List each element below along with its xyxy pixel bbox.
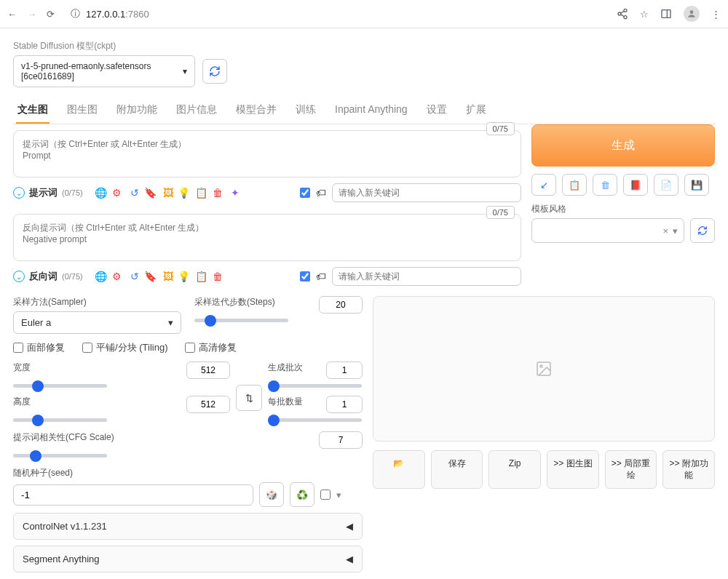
face-restore-checkbox[interactable]: 面部修复 [13,341,65,354]
back-icon[interactable]: ← [7,9,17,20]
history-icon[interactable]: ↺ [128,270,141,283]
neg-keyword-checkbox[interactable] [300,271,310,281]
bookmark-icon[interactable]: 🔖 [144,186,157,199]
trash-button[interactable]: 🗑 [593,174,617,196]
tab-1[interactable]: 图生图 [66,97,99,124]
batch-count-slider[interactable] [268,384,362,388]
sampler-select[interactable]: Euler a ▾ [13,311,181,334]
tab-6[interactable]: Inpaint Anything [333,97,409,124]
batch-count-value[interactable] [326,362,363,379]
style-select[interactable]: × ▾ [531,218,684,243]
tab-7[interactable]: 设置 [425,97,448,124]
prompt-token-badge: 0/75 [486,122,515,135]
segment-accordion[interactable]: Segment Anything ◀ [13,546,363,572]
keyword-input[interactable] [332,183,521,202]
book-button[interactable]: 📕 [623,174,648,196]
prompt-box: 0/75 [13,130,521,177]
copy-icon[interactable]: 📋 [195,186,208,199]
trash-icon[interactable]: 🗑 [211,270,224,283]
bookmark-icon[interactable]: 🔖 [144,270,157,283]
output-button-0[interactable]: 📂 [373,450,425,489]
tab-2[interactable]: 附加功能 [115,97,159,124]
sampler-value: Euler a [21,317,51,328]
height-value[interactable] [186,396,230,413]
seed-input[interactable] [13,484,253,506]
arrow-in-button[interactable]: ↙ [531,174,556,196]
browser-bar: ← → ⟳ ⓘ 127.0.0.1:7860 ☆ ⋮ [0,0,728,28]
height-slider[interactable] [13,418,107,422]
tag-icon: 🏷 [314,270,328,283]
recycle-button[interactable]: ♻️ [290,482,314,507]
output-button-3[interactable]: >> 图生图 [547,450,599,489]
keyword-checkbox[interactable] [300,188,310,198]
chevron-down-icon[interactable]: ▾ [336,490,341,500]
cfg-value[interactable] [319,431,363,449]
panel-icon[interactable] [660,8,672,20]
url-bar[interactable]: ⓘ 127.0.0.1:7860 [63,4,608,23]
menu-icon[interactable]: ⋮ [711,9,721,20]
controlnet-accordion[interactable]: ControlNet v1.1.231 ◀ [13,513,363,540]
tab-3[interactable]: 图片信息 [175,97,218,124]
share-icon[interactable] [617,8,628,20]
close-icon[interactable]: × [662,225,668,236]
tab-4[interactable]: 模型合并 [234,97,278,124]
globe-icon[interactable]: 🌐 [95,186,108,199]
neg-prompt-input[interactable] [23,222,512,251]
model-select[interactable]: v1-5-pruned-emaonly.safetensors [6ce0161… [13,55,195,87]
image-icon[interactable]: 🖼 [162,270,175,283]
neg-keyword-input[interactable] [332,267,521,286]
seed-extra-checkbox[interactable] [320,490,331,500]
trash-icon[interactable]: 🗑 [211,186,224,199]
gear-icon[interactable]: ⚙ [111,270,124,283]
info-icon: ⓘ [71,7,80,20]
url-host: 127.0.0.1 [86,9,125,20]
batch-size-slider[interactable] [268,418,362,422]
output-button-2[interactable]: Zip [488,450,541,489]
star-icon[interactable]: ☆ [640,9,649,20]
chevron-down-icon: ▾ [183,66,187,76]
refresh-style-button[interactable] [690,218,715,243]
chevron-down-icon[interactable]: ⌄ [13,187,25,199]
controlnet-label: ControlNet v1.1.231 [23,521,107,532]
width-slider[interactable] [13,384,107,388]
neg-toolbar-count: (0/75) [62,272,83,281]
globe-icon[interactable]: 🌐 [95,270,108,283]
prompt-input[interactable] [23,138,512,167]
tab-0[interactable]: 文生图 [16,97,50,124]
tab-5[interactable]: 训练 [294,97,317,124]
svg-point-9 [540,365,542,367]
chevron-down-icon[interactable]: ⌄ [13,271,25,282]
width-value[interactable] [186,362,230,379]
output-button-5[interactable]: >> 附加功能 [662,450,715,489]
paste-button[interactable]: 📄 [654,174,678,196]
ai-icon[interactable]: ✦ [229,186,242,199]
gear-icon[interactable]: ⚙ [111,186,124,199]
batch-size-label: 每批数量 [268,396,303,410]
history-icon[interactable]: ↺ [128,186,141,199]
image-icon[interactable]: 🖼 [162,186,175,199]
cfg-slider[interactable] [13,454,107,458]
tab-8[interactable]: 扩展 [464,97,488,124]
steps-value[interactable] [319,296,363,314]
dice-button[interactable]: 🎲 [259,482,284,507]
clipboard-button[interactable]: 📋 [562,174,587,196]
refresh-model-button[interactable] [202,59,227,84]
avatar[interactable] [684,6,700,22]
neg-prompt-box: 0/75 [13,214,521,261]
light-icon[interactable]: 💡 [178,186,191,199]
copy-icon[interactable]: 📋 [195,270,208,283]
forward-icon: → [27,9,36,20]
swap-dims-button[interactable]: ⇅ [236,385,262,411]
output-button-1[interactable]: 保存 [431,450,483,489]
batch-size-value[interactable] [326,396,363,413]
light-icon[interactable]: 💡 [178,270,191,283]
save-button[interactable]: 💾 [684,174,709,196]
reload-icon[interactable]: ⟳ [47,9,55,20]
tiling-checkbox[interactable]: 平铺/分块 (Tiling) [82,341,167,354]
svg-rect-5 [662,10,670,18]
hires-checkbox[interactable]: 高清修复 [185,341,237,354]
output-button-4[interactable]: >> 局部重绘 [605,450,657,489]
generate-button[interactable]: 生成 [531,124,715,167]
steps-slider[interactable] [194,319,288,322]
prompt-toolbar-label: 提示词 [29,186,58,199]
